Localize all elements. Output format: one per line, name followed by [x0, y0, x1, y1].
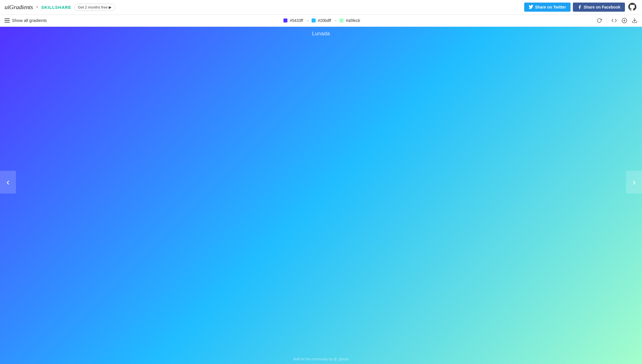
share-twitter-button[interactable]: Share on Twitter: [524, 3, 571, 12]
refresh-button[interactable]: [597, 18, 602, 23]
add-icon: [622, 18, 627, 23]
gradient-name: Lunada: [0, 27, 642, 37]
facebook-icon: [577, 5, 582, 9]
header-left: uiGradients + SKILLSHARE Get 2 months fr…: [5, 3, 115, 11]
show-all-label: Show all gradients: [12, 18, 47, 23]
share-facebook-button[interactable]: Share on Facebook: [573, 3, 625, 12]
header: uiGradients + SKILLSHARE Get 2 months fr…: [0, 0, 642, 14]
toolbar-actions: [597, 18, 637, 23]
twitter-label: Share on Twitter: [535, 5, 566, 9]
footer: Built for the community by @_ighosh: [0, 357, 642, 361]
header-right: Share on Twitter Share on Facebook: [524, 2, 637, 13]
color-swatch-2: [312, 18, 316, 22]
github-icon: [628, 3, 636, 11]
facebook-label: Share on Facebook: [584, 5, 620, 9]
next-gradient-button[interactable]: ›: [626, 171, 642, 194]
twitter-icon: [529, 5, 533, 9]
play-icon: ▶: [109, 5, 112, 9]
add-button[interactable]: [622, 18, 627, 23]
arrow-2: →: [333, 18, 337, 23]
footer-text: Built for the community by @_ighosh: [293, 357, 349, 361]
toolbar: Show all gradients #5433ff → #20bdff → #…: [0, 14, 642, 27]
promo-button[interactable]: Get 2 months free ▶: [74, 4, 115, 11]
toolbar-divider: [606, 18, 607, 23]
logo: uiGradients: [5, 3, 33, 11]
color-hex-1: #5433ff: [290, 18, 303, 23]
color-swatch-3: [339, 18, 343, 22]
skillshare-link[interactable]: SKILLSHARE: [41, 5, 71, 10]
refresh-icon: [597, 18, 602, 23]
color-hex-3: #a5fecb: [346, 18, 360, 23]
code-icon: [611, 18, 617, 23]
show-all-gradients-button[interactable]: Show all gradients: [5, 18, 47, 23]
plus-sign: +: [36, 5, 38, 10]
download-button[interactable]: [632, 18, 637, 23]
next-icon: ›: [633, 177, 636, 187]
gradient-background: [0, 27, 642, 364]
code-button[interactable]: [611, 18, 617, 23]
previous-gradient-button[interactable]: ‹: [0, 171, 16, 194]
download-icon: [632, 18, 637, 23]
color-swatch-1: [283, 18, 287, 22]
promo-label: Get 2 months free: [78, 5, 108, 9]
color-hex-2: #20bdff: [318, 18, 331, 23]
github-button[interactable]: [627, 2, 637, 13]
prev-icon: ‹: [7, 177, 10, 187]
color-stops: #5433ff → #20bdff → #a5fecb: [283, 18, 360, 23]
hamburger-icon: [5, 18, 10, 22]
arrow-1: →: [305, 18, 309, 23]
